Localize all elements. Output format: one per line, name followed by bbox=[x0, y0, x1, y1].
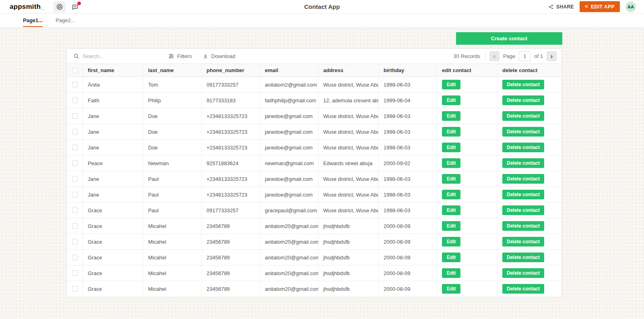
table-row[interactable]: JanePaul+2348133325723janedoe@gmail.comW… bbox=[67, 171, 561, 187]
cell-first_name: Grace bbox=[83, 203, 143, 218]
edit-button[interactable]: Edit bbox=[442, 127, 460, 137]
tab-page1[interactable]: Page1... bbox=[23, 14, 43, 27]
delete-contact-button[interactable]: Delete contact bbox=[502, 190, 544, 199]
cell-delete-contact: Delete contact bbox=[497, 155, 561, 171]
row-checkbox[interactable] bbox=[72, 129, 78, 135]
cell-email-value: anitatom20@gmail.com bbox=[265, 286, 318, 292]
feedback-chat-icon[interactable] bbox=[69, 1, 81, 12]
row-checkbox[interactable] bbox=[72, 192, 78, 197]
tab-page1-label: Page1... bbox=[23, 17, 43, 23]
edit-button[interactable]: Edit bbox=[442, 190, 460, 199]
table-row[interactable]: GraceMicahel23456789anitatom20@gmail.com… bbox=[67, 234, 561, 250]
column-header-delete-contact[interactable]: delete contact bbox=[497, 64, 562, 77]
delete-contact-button[interactable]: Delete contact bbox=[502, 237, 544, 246]
table-row[interactable]: JanePaul+2348133325723janedoe@gmail.comW… bbox=[67, 187, 561, 203]
table-row[interactable]: GraceMicahel23456789anitatom20@gmail.com… bbox=[67, 218, 561, 234]
column-header-email[interactable]: email bbox=[260, 64, 318, 77]
next-page-button[interactable]: › bbox=[547, 51, 557, 61]
row-checkbox[interactable] bbox=[72, 223, 78, 229]
cell-edit-contact: Edit bbox=[437, 234, 497, 249]
column-header-edit-contact[interactable]: edit contact bbox=[437, 64, 497, 77]
delete-contact-button[interactable]: Delete contact bbox=[502, 268, 544, 278]
row-checkbox[interactable] bbox=[72, 207, 78, 213]
delete-contact-button[interactable]: Delete contact bbox=[502, 127, 544, 137]
edit-button[interactable]: Edit bbox=[442, 268, 460, 278]
edit-button[interactable]: Edit bbox=[442, 284, 460, 294]
edit-app-button[interactable]: < EDIT APP bbox=[580, 1, 620, 12]
prev-page-button[interactable]: ‹ bbox=[489, 51, 500, 61]
cell-phone_number: 23456789 bbox=[202, 297, 260, 298]
table-row[interactable]: GraceMicahel23456789anitatom20@gmail.com… bbox=[67, 281, 561, 297]
cell-first_name: Jane bbox=[83, 171, 143, 186]
row-checkbox-cell bbox=[67, 171, 83, 186]
cell-edit-contact: Edit bbox=[437, 155, 497, 171]
filters-icon bbox=[168, 53, 174, 59]
row-checkbox[interactable] bbox=[72, 113, 78, 119]
table-row[interactable]: PeaceNewman92571883624newman@gmail.comEd… bbox=[67, 155, 561, 171]
column-header-label: email bbox=[265, 67, 278, 73]
table-row[interactable]: GraceMicahel23456789anitatom20@gmail.com… bbox=[67, 297, 561, 298]
row-checkbox[interactable] bbox=[72, 239, 78, 244]
cell-phone_number-value: 09177333257 bbox=[206, 82, 239, 88]
column-header-birthday[interactable]: birthday bbox=[379, 64, 437, 77]
row-checkbox[interactable] bbox=[72, 160, 78, 166]
column-header-first_name[interactable]: first_name bbox=[83, 64, 143, 77]
delete-contact-button[interactable]: Delete contact bbox=[502, 111, 544, 121]
tab-page2[interactable]: Page2... bbox=[56, 14, 75, 27]
page-number-input[interactable] bbox=[519, 51, 530, 61]
table-row[interactable]: JaneDoe+2348133325723janedoe@gmail.comWu… bbox=[67, 140, 561, 155]
row-checkbox[interactable] bbox=[72, 286, 78, 292]
row-checkbox[interactable] bbox=[72, 82, 78, 87]
row-checkbox[interactable] bbox=[72, 176, 78, 182]
edit-button[interactable]: Edit bbox=[442, 253, 460, 262]
edit-button[interactable]: Edit bbox=[442, 95, 460, 105]
delete-contact-button[interactable]: Delete contact bbox=[502, 143, 544, 152]
cell-phone_number-value: 23456789 bbox=[206, 255, 230, 261]
edit-button[interactable]: Edit bbox=[442, 221, 460, 231]
delete-contact-button[interactable]: Delete contact bbox=[502, 205, 544, 215]
cell-edit-contact: Edit bbox=[437, 124, 497, 139]
row-checkbox[interactable] bbox=[72, 145, 78, 150]
table-row[interactable]: ÄnitaTom09177333257anitatom2@gmail.comWu… bbox=[67, 77, 561, 93]
cell-birthday-value: 2000-09-02 bbox=[384, 160, 411, 166]
edit-button[interactable]: Edit bbox=[442, 143, 460, 152]
cell-birthday: 1998-06-03 bbox=[379, 124, 437, 139]
create-contact-button[interactable]: Create contact bbox=[456, 32, 562, 45]
delete-contact-button[interactable]: Delete contact bbox=[502, 284, 544, 294]
edit-button[interactable]: Edit bbox=[442, 111, 460, 121]
delete-contact-button[interactable]: Delete contact bbox=[502, 80, 544, 89]
delete-contact-button[interactable]: Delete contact bbox=[502, 95, 544, 105]
share-button[interactable]: SHARE bbox=[548, 4, 574, 10]
column-header-address[interactable]: address bbox=[318, 64, 379, 77]
column-header-last_name[interactable]: last_name bbox=[143, 64, 202, 77]
edit-button[interactable]: Edit bbox=[442, 205, 460, 215]
edit-button[interactable]: Edit bbox=[442, 237, 460, 246]
row-checkbox[interactable] bbox=[72, 270, 78, 276]
row-checkbox[interactable] bbox=[72, 97, 78, 103]
table-row[interactable]: GracePaul09177333257gracepaul@gmail.comW… bbox=[67, 203, 561, 218]
table-row[interactable]: GraceMicahel23456789anitatom20@gmail.com… bbox=[67, 250, 561, 265]
search-input[interactable] bbox=[83, 53, 147, 59]
delete-contact-button[interactable]: Delete contact bbox=[502, 221, 544, 231]
cell-phone_number-value: +2348133325723 bbox=[206, 176, 248, 182]
table-row[interactable]: GraceMicahel23456789anitatom20@gmail.com… bbox=[67, 265, 561, 281]
edit-button[interactable]: Edit bbox=[442, 158, 460, 168]
table-row[interactable]: JaneDoe+2348133325723janedoe@gmail.comWu… bbox=[67, 124, 561, 140]
avatar[interactable]: AA bbox=[625, 2, 636, 12]
cell-birthday-value: 1998-06-03 bbox=[384, 82, 411, 88]
row-checkbox[interactable] bbox=[72, 255, 78, 260]
edit-button[interactable]: Edit bbox=[442, 174, 460, 184]
cell-last_name: Tom bbox=[143, 77, 202, 92]
delete-contact-button[interactable]: Delete contact bbox=[502, 174, 544, 184]
delete-contact-button[interactable]: Delete contact bbox=[502, 158, 544, 168]
cell-birthday-value: 1999-06-04 bbox=[384, 97, 411, 104]
eye-preview-icon[interactable] bbox=[54, 1, 66, 12]
table-row[interactable]: JaneDoe+2348133325723janedoe@gmail.comWu… bbox=[67, 108, 561, 124]
edit-button[interactable]: Edit bbox=[442, 80, 460, 89]
delete-contact-button[interactable]: Delete contact bbox=[502, 253, 544, 262]
filters-button[interactable]: Filters bbox=[168, 53, 192, 59]
select-all-checkbox[interactable] bbox=[72, 68, 78, 73]
download-button[interactable]: Download bbox=[202, 53, 235, 59]
table-row[interactable]: FaithPhilip9177333183faithphilip@gmail.c… bbox=[67, 93, 561, 108]
column-header-phone_number[interactable]: phone_number bbox=[202, 64, 260, 77]
